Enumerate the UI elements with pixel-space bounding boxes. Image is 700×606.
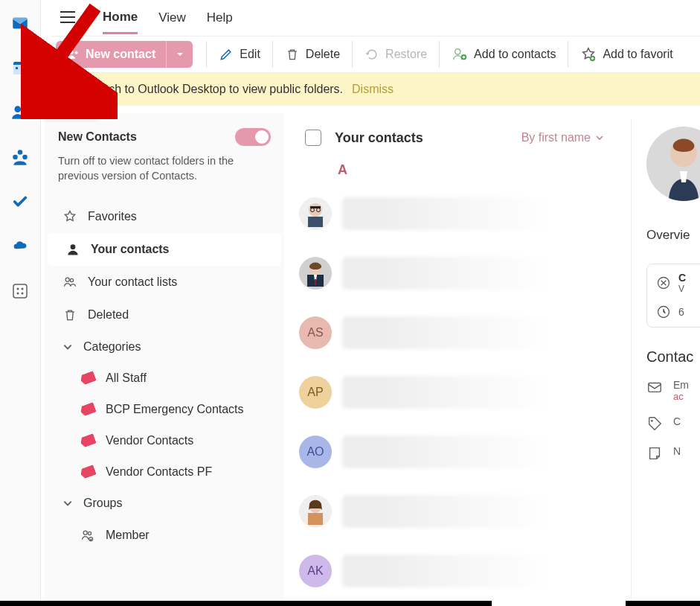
panel-title: New Contacts	[58, 130, 137, 144]
contacts-header: Your contacts By first name	[290, 119, 619, 156]
edit-icon	[219, 47, 234, 62]
detail-note-row: N	[646, 445, 700, 462]
chevron-down-icon	[62, 342, 73, 352]
svg-point-3	[14, 106, 21, 112]
trash-icon	[62, 307, 77, 322]
contact-row[interactable]	[290, 243, 619, 303]
svg-point-21	[70, 278, 73, 281]
svg-point-11	[17, 293, 19, 295]
contacts-title: Your contacts	[335, 130, 508, 146]
nav-favorites[interactable]: Favorites	[45, 200, 284, 233]
restore-icon	[365, 47, 379, 62]
detail-category-row: C	[646, 415, 700, 432]
svg-point-10	[22, 288, 24, 290]
tab-view[interactable]: View	[158, 3, 186, 33]
nav-groups[interactable]: Groups	[45, 488, 284, 519]
banner-dismiss[interactable]: Dismiss	[352, 83, 394, 96]
banner-text: Switch to Outlook Desktop to view public…	[86, 83, 343, 96]
nav-your-contacts[interactable]: Your contacts	[48, 233, 281, 266]
new-contacts-panel: New Contacts Turn off to view contact fo…	[45, 113, 284, 194]
category-bcp[interactable]: BCP Emergency Contacts	[45, 394, 284, 425]
svg-point-9	[17, 288, 19, 290]
detail-email-row: Em ac	[646, 379, 700, 402]
svg-point-6	[13, 155, 18, 160]
chevron-down-icon	[595, 133, 604, 142]
mail-icon	[646, 379, 663, 395]
svg-point-22	[83, 531, 87, 535]
category-all-staff[interactable]: All Staff	[45, 363, 284, 394]
tab-home[interactable]: Home	[103, 2, 138, 34]
tag-icon	[79, 433, 97, 448]
contact-name-redacted	[342, 316, 550, 349]
svg-point-4	[22, 108, 26, 113]
svg-rect-27	[308, 217, 323, 227]
contact-name-redacted	[342, 436, 550, 468]
contact-row[interactable]: AP	[290, 363, 619, 422]
svg-rect-42	[649, 383, 661, 392]
add-contact-icon	[452, 46, 468, 63]
svg-point-14	[455, 49, 460, 54]
new-contact-dropdown[interactable]	[166, 41, 193, 68]
detail-card: C V 6	[646, 264, 700, 328]
trash-icon	[285, 47, 300, 62]
svg-rect-37	[308, 513, 323, 525]
people-icon[interactable]	[10, 103, 30, 122]
svg-point-19	[71, 244, 76, 249]
more-apps-icon[interactable]	[10, 281, 30, 301]
detail-tab-overview[interactable]: Overvie	[646, 228, 700, 243]
tag-icon	[79, 371, 97, 386]
panel-description: Turn off to view contact folders in the …	[58, 153, 271, 184]
note-icon	[646, 445, 663, 462]
svg-rect-1	[13, 65, 27, 74]
contact-name-redacted	[342, 197, 550, 230]
svg-rect-8	[13, 284, 27, 298]
contact-row[interactable]: AS	[290, 303, 619, 363]
svg-point-12	[22, 293, 24, 295]
group-member[interactable]: Member	[45, 519, 284, 552]
restore-button[interactable]: Restore	[352, 41, 439, 68]
svg-point-20	[65, 278, 69, 281]
groups-icon[interactable]	[10, 147, 30, 167]
delete-button[interactable]: Delete	[272, 41, 352, 68]
contact-row[interactable]	[290, 482, 619, 541]
add-to-favorites-button[interactable]: Add to favorit	[568, 41, 684, 68]
new-contact-label: New contact	[86, 48, 155, 61]
new-contacts-toggle[interactable]	[235, 128, 271, 146]
chevron-down-icon	[62, 498, 73, 508]
app-rail	[0, 0, 41, 606]
nav-contact-lists[interactable]: Your contact lists	[45, 266, 284, 299]
contacts-sidebar: New Contacts Turn off to view contact fo…	[45, 113, 284, 606]
select-all-checkbox[interactable]	[305, 130, 321, 146]
onedrive-icon[interactable]	[10, 237, 30, 256]
tag-icon	[79, 402, 97, 417]
mail-icon[interactable]	[10, 13, 30, 33]
category-vendor[interactable]: Vendor Contacts	[45, 425, 284, 456]
calendar-icon[interactable]	[10, 58, 30, 77]
add-to-contacts-button[interactable]: Add to contacts	[439, 41, 568, 68]
sort-dropdown[interactable]: By first name	[521, 131, 604, 144]
hamburger-icon[interactable]	[60, 10, 82, 26]
contact-initials: AK	[299, 555, 332, 587]
people-tooltip: People	[42, 95, 99, 118]
nav-categories[interactable]: Categories	[45, 331, 284, 363]
clock-icon	[656, 304, 671, 319]
category-vendor-pf[interactable]: Vendor Contacts PF	[45, 456, 284, 488]
todo-icon[interactable]	[10, 192, 30, 211]
new-contact-button[interactable]: New contact	[56, 41, 193, 68]
top-menu: Home View Help	[52, 0, 700, 36]
contact-initials: AO	[299, 436, 332, 468]
star-icon	[62, 209, 77, 224]
nav-deleted[interactable]: Deleted	[45, 299, 284, 331]
person-plus-icon	[66, 48, 80, 61]
svg-point-23	[88, 532, 91, 535]
info-banner: Switch to Outlook Desktop to view public…	[52, 73, 700, 106]
people-list-icon	[62, 275, 77, 290]
svg-point-7	[22, 155, 28, 160]
contact-row[interactable]: AK	[290, 541, 619, 601]
svg-point-13	[69, 50, 74, 54]
edit-button[interactable]: Edit	[206, 41, 272, 68]
svg-point-18	[69, 86, 71, 88]
contact-row[interactable]	[290, 184, 619, 243]
contact-row[interactable]: AO	[290, 422, 619, 482]
tab-help[interactable]: Help	[207, 3, 233, 33]
